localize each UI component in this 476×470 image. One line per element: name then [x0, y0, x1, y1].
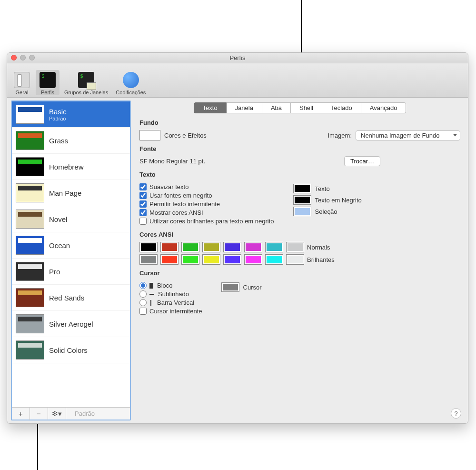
terminal-group-icon	[77, 71, 95, 89]
background-color-well[interactable]	[139, 130, 160, 140]
close-icon[interactable]	[11, 55, 17, 60]
cursor-underline-radio[interactable]: Sublinhado	[139, 290, 202, 298]
profile-thumbnail	[16, 157, 44, 176]
ansi-swatch[interactable]	[139, 254, 158, 265]
image-label: Imagem:	[327, 132, 352, 139]
ansi-bright-row: Brilhantes	[139, 254, 460, 265]
remove-button[interactable]: −	[30, 408, 48, 420]
toolbar-item-encodings[interactable]: Codificações	[113, 70, 149, 95]
sidebar-footer: + − ✻▾ Padrão	[12, 407, 130, 420]
ansi-swatch[interactable]	[139, 242, 158, 252]
tab-window[interactable]: Janela	[227, 102, 262, 113]
profile-item-silver-aerogel[interactable]: Silver Aerogel	[12, 311, 130, 337]
tab-text[interactable]: Texto	[194, 102, 227, 113]
profile-thumbnail	[16, 340, 44, 360]
window-title: Perfis	[229, 54, 245, 61]
toolbar-item-general[interactable]: Geral	[10, 70, 34, 95]
profile-list[interactable]: BasicPadrãoGrassHomebrewMan PageNovelOce…	[12, 101, 130, 407]
profile-name: Ocean	[49, 241, 70, 250]
profile-name: Novel	[49, 215, 67, 223]
ansi-colors-checkbox[interactable]: Mostrar cores ANSI	[139, 209, 274, 216]
globe-icon	[122, 71, 140, 89]
bold-color-well[interactable]	[293, 195, 311, 205]
profile-item-grass[interactable]: Grass	[12, 128, 130, 154]
section-background: Fundo	[139, 119, 460, 126]
bright-bold-checkbox[interactable]: Utilizar cores brilhantes para texto em …	[139, 218, 274, 225]
ansi-swatch[interactable]	[202, 254, 220, 265]
profile-thumbnail	[16, 131, 44, 150]
vbar-icon	[150, 300, 151, 306]
switch-icon	[13, 71, 31, 89]
profile-item-red-sands[interactable]: Red Sands	[12, 285, 130, 311]
ansi-swatch[interactable]	[202, 242, 220, 252]
ansi-swatch[interactable]	[223, 242, 241, 252]
profile-item-novel[interactable]: Novel	[12, 206, 130, 232]
text-color-well[interactable]	[293, 184, 311, 193]
profile-name: Silver Aerogel	[49, 320, 93, 328]
ansi-swatch[interactable]	[286, 242, 304, 252]
profile-item-basic[interactable]: BasicPadrão	[12, 101, 130, 128]
zoom-icon[interactable]	[29, 55, 35, 60]
ansi-swatch[interactable]	[286, 254, 304, 265]
add-button[interactable]: +	[12, 408, 30, 420]
ansi-row-label: Brilhantes	[307, 256, 335, 263]
profile-name: Man Page	[49, 189, 81, 197]
profile-sidebar: BasicPadrãoGrassHomebrewMan PageNovelOce…	[11, 100, 131, 420]
profile-thumbnail	[16, 105, 44, 124]
toolbar-item-window-groups[interactable]: Grupos de Janelas	[61, 70, 111, 95]
ansi-swatch[interactable]	[265, 254, 283, 265]
cursor-color-well[interactable]	[221, 282, 239, 292]
tab-advanced[interactable]: Avançado	[361, 102, 407, 113]
ansi-normal-row: Normais	[139, 242, 460, 252]
ansi-swatch[interactable]	[181, 254, 199, 265]
profile-item-ocean[interactable]: Ocean	[12, 232, 130, 259]
cursor-blink-checkbox[interactable]: Cursor intermitente	[139, 308, 202, 315]
selection-color-well[interactable]	[293, 207, 311, 216]
toolbar-item-profiles[interactable]: Perfis	[36, 70, 60, 95]
traffic-lights	[11, 55, 35, 60]
help-button[interactable]: ?	[451, 408, 461, 419]
profile-name: Red Sands	[49, 294, 84, 302]
profile-name: Homebrew	[49, 163, 84, 171]
profile-item-pro[interactable]: Pro	[12, 259, 130, 285]
profile-subtitle: Padrão	[49, 116, 67, 121]
blink-text-checkbox[interactable]: Permitir texto intermitente	[139, 200, 274, 208]
callout-line-bottom	[37, 418, 38, 470]
ansi-swatch[interactable]	[160, 254, 178, 265]
profile-name: Solid Colors	[49, 346, 88, 354]
section-ansi: Cores ANSI	[139, 231, 460, 238]
profile-thumbnail	[16, 210, 44, 229]
ansi-swatch[interactable]	[160, 242, 178, 252]
ansi-swatch[interactable]	[265, 242, 283, 252]
profile-thumbnail	[16, 183, 44, 202]
background-image-select[interactable]: Nenhuma Imagem de Fundo	[356, 130, 460, 140]
section-text: Texto	[139, 171, 460, 178]
current-font-label: SF Mono Regular 11 pt.	[139, 158, 205, 165]
profile-item-man-page[interactable]: Man Page	[12, 180, 130, 206]
profile-item-solid-colors[interactable]: Solid Colors	[12, 337, 130, 363]
smooth-text-checkbox[interactable]: Suavizar texto	[139, 183, 274, 190]
profile-thumbnail	[16, 236, 44, 255]
window-titlebar: Perfis	[7, 53, 468, 63]
ansi-swatch[interactable]	[223, 254, 241, 265]
ansi-swatch[interactable]	[244, 254, 262, 265]
default-label[interactable]: Padrão	[66, 410, 130, 417]
tab-shell[interactable]: Shell	[291, 102, 322, 113]
bold-fonts-checkbox[interactable]: Usar fontes em negrito	[139, 192, 274, 199]
cursor-block-radio[interactable]: Bloco	[139, 282, 202, 289]
profile-tabs: Texto Janela Aba Shell Teclado Avançado	[139, 102, 460, 113]
tab-tab[interactable]: Aba	[262, 102, 291, 113]
action-menu-button[interactable]: ✻▾	[48, 408, 66, 420]
minimize-icon[interactable]	[20, 55, 26, 60]
ansi-row-label: Normais	[307, 244, 330, 251]
cursor-vbar-radio[interactable]: Barra Vertical	[139, 299, 202, 306]
block-icon	[149, 283, 153, 289]
colors-effects-label[interactable]: Cores e Efeitos	[164, 132, 207, 139]
change-font-button[interactable]: Trocar…	[344, 156, 380, 166]
tab-keyboard[interactable]: Teclado	[322, 102, 361, 113]
profile-item-homebrew[interactable]: Homebrew	[12, 154, 130, 180]
section-font: Fonte	[139, 145, 460, 152]
ansi-swatch[interactable]	[244, 242, 262, 252]
ansi-swatch[interactable]	[181, 242, 199, 252]
terminal-icon	[39, 71, 57, 89]
